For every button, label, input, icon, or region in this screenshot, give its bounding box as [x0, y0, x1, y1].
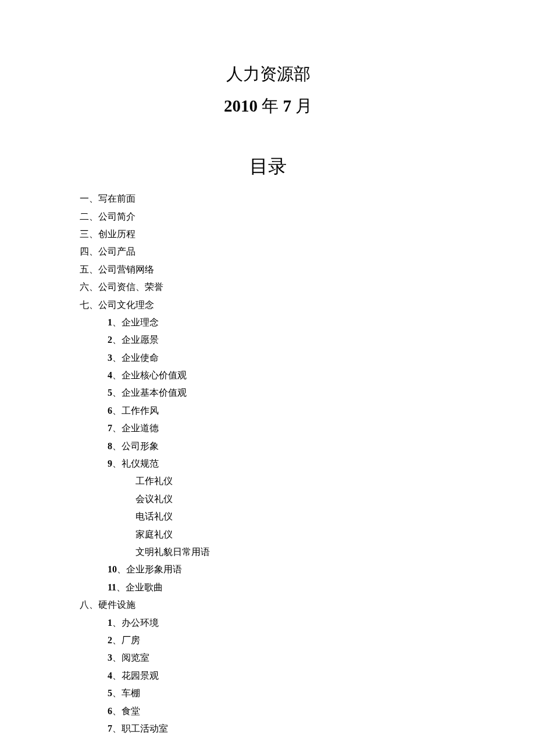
toc-item-text: 六、公司资信、荣誉 [80, 282, 163, 292]
toc-item: 家庭礼仪 [135, 526, 456, 543]
toc-item-text: 会议礼仪 [135, 494, 173, 504]
toc-item-number: 1 [108, 317, 112, 327]
toc-item-text: 、办公环境 [112, 618, 159, 628]
toc-item-text: 、职工活动室 [112, 723, 168, 733]
year-value: 2010 [224, 96, 258, 115]
toc-item: 3、阅览室 [108, 649, 456, 667]
toc-item-text: 、企业核心价值观 [112, 370, 187, 380]
toc-item: 文明礼貌日常用语 [135, 543, 456, 561]
month-value: 7 [283, 96, 291, 115]
toc-item: 2、企业愿景 [108, 331, 456, 349]
toc-item: 6、食堂 [108, 703, 456, 720]
toc-item-text: 五、公司营销网络 [80, 264, 154, 274]
toc-item-text: 、企业歌曲 [116, 582, 163, 592]
toc-item: 3、企业使命 [108, 349, 456, 367]
toc-item-text: 文明礼貌日常用语 [135, 547, 210, 557]
toc-list: 一、写在前面二、公司简介三、创业历程四、公司产品五、公司营销网络六、公司资信、荣… [80, 190, 456, 737]
toc-item-text: 、企业道德 [112, 423, 159, 433]
toc-item-number: 7 [108, 723, 112, 733]
toc-item-text: 、工作作风 [112, 406, 159, 415]
toc-item-text: 七、公司文化理念 [80, 300, 154, 310]
toc-heading: 目录 [80, 154, 456, 180]
toc-item-number: 10 [108, 564, 117, 574]
toc-item-text: 、公司形象 [112, 441, 159, 451]
toc-item-number: 2 [108, 635, 112, 645]
toc-item: 六、公司资信、荣誉 [80, 278, 456, 296]
toc-item-text: 、阅览室 [112, 653, 149, 662]
toc-item: 1、办公环境 [108, 614, 456, 632]
toc-item: 8、公司形象 [108, 438, 456, 455]
toc-item-number: 1 [108, 618, 112, 628]
toc-item-text: 家庭礼仪 [135, 529, 173, 539]
toc-item: 四、公司产品 [80, 243, 456, 260]
toc-item-number: 4 [108, 671, 112, 680]
toc-item-text: 、企业形象用语 [117, 564, 182, 574]
toc-item-text: 工作礼仪 [135, 476, 173, 486]
toc-item-text: 、车棚 [112, 688, 140, 698]
toc-item-number: 9 [108, 458, 112, 468]
year-label: 年 [258, 96, 283, 115]
toc-item-text: 、企业使命 [112, 353, 159, 363]
toc-item-text: 电话礼仪 [135, 511, 173, 521]
toc-item: 4、花园景观 [108, 667, 456, 685]
toc-item-number: 6 [108, 706, 112, 716]
department-name: 人力资源部 [226, 65, 311, 83]
toc-item: 2、厂房 [108, 632, 456, 649]
toc-item-text: 、厂房 [112, 635, 140, 645]
toc-item-text: 、企业基本价值观 [112, 388, 187, 397]
toc-item-text: 二、公司简介 [80, 212, 135, 221]
toc-item-number: 5 [108, 388, 112, 397]
toc-item-text: 、企业理念 [112, 317, 159, 327]
toc-item-text: 四、公司产品 [80, 246, 135, 256]
toc-item: 八、硬件设施 [80, 596, 456, 614]
toc-item: 1、企业理念 [108, 314, 456, 331]
toc-item-number: 3 [108, 653, 112, 662]
department-title: 人力资源部 [80, 58, 456, 90]
toc-item-number: 6 [108, 406, 112, 415]
toc-item: 5、车棚 [108, 685, 456, 702]
toc-item-text: 、礼仪规范 [112, 458, 159, 468]
toc-item: 5、企业基本价值观 [108, 384, 456, 402]
toc-item-text: 一、写在前面 [80, 194, 135, 203]
toc-item: 一、写在前面 [80, 190, 456, 207]
toc-item: 电话礼仪 [135, 508, 456, 525]
toc-item-number: 11 [108, 582, 116, 592]
toc-item: 6、工作作风 [108, 402, 456, 420]
toc-item-text: 、食堂 [112, 706, 140, 716]
toc-item-text: 八、硬件设施 [80, 600, 135, 610]
toc-item: 7、企业道德 [108, 420, 456, 437]
toc-item-number: 3 [108, 353, 112, 363]
toc-item-text: 、花园景观 [112, 671, 159, 680]
toc-item-number: 8 [108, 441, 112, 451]
toc-item: 二、公司简介 [80, 208, 456, 225]
toc-item: 7、职工活动室 [108, 720, 456, 737]
toc-item-number: 5 [108, 688, 112, 698]
toc-item: 会议礼仪 [135, 490, 456, 508]
toc-item: 七、公司文化理念 [80, 296, 456, 314]
toc-item: 11、企业歌曲 [108, 579, 456, 596]
toc-item: 9、礼仪规范 [108, 455, 456, 472]
date-line: 2010 年 7 月 [80, 90, 456, 122]
toc-item: 五、公司营销网络 [80, 261, 456, 278]
toc-item: 10、企业形象用语 [108, 561, 456, 578]
toc-item-number: 7 [108, 423, 112, 433]
toc-item-number: 4 [108, 370, 112, 380]
toc-item: 三、创业历程 [80, 225, 456, 243]
toc-item-text: 三、创业历程 [80, 229, 135, 239]
toc-item-number: 2 [108, 335, 112, 345]
toc-item-text: 、企业愿景 [112, 335, 159, 345]
month-label: 月 [291, 96, 312, 115]
toc-item: 工作礼仪 [135, 472, 456, 490]
toc-item: 4、企业核心价值观 [108, 367, 456, 384]
